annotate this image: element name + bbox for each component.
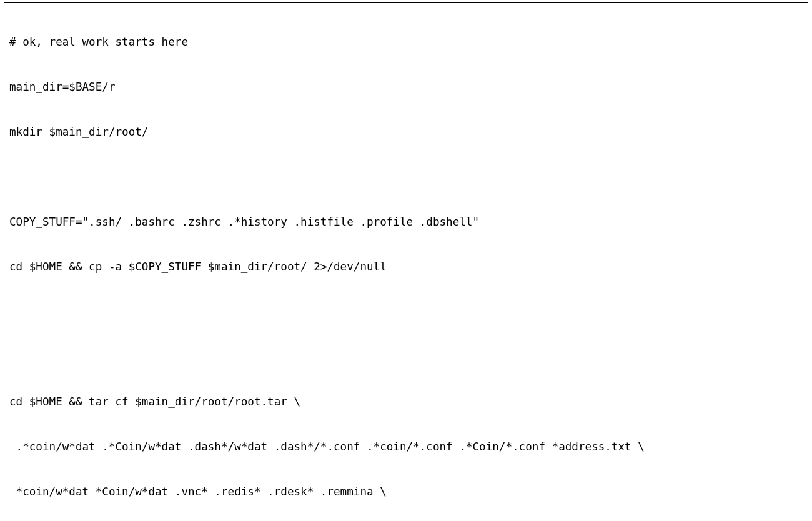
code-line: mkdir $main_dir/root/ (9, 124, 803, 139)
code-line: # ok, real work starts here (9, 34, 803, 49)
code-line: main_dir=$BASE/r (9, 79, 803, 94)
code-line: *coin/w*dat *Coin/w*dat .vnc* .redis* .r… (9, 484, 803, 499)
code-line: cd $HOME && cp -a $COPY_STUFF $main_dir/… (9, 259, 803, 274)
code-line: .*coin/w*dat .*Coin/w*dat .dash*/w*dat .… (9, 439, 803, 454)
code-block: # ok, real work starts here main_dir=$BA… (4, 2, 808, 517)
code-line (9, 304, 803, 319)
page: # ok, real work starts here main_dir=$BA… (0, 0, 812, 521)
code-line: cd $HOME && tar cf $main_dir/root/root.t… (9, 394, 803, 409)
code-line (9, 349, 803, 364)
code-line: COPY_STUFF=".ssh/ .bashrc .zshrc .*histo… (9, 214, 803, 229)
code-line (9, 169, 803, 184)
